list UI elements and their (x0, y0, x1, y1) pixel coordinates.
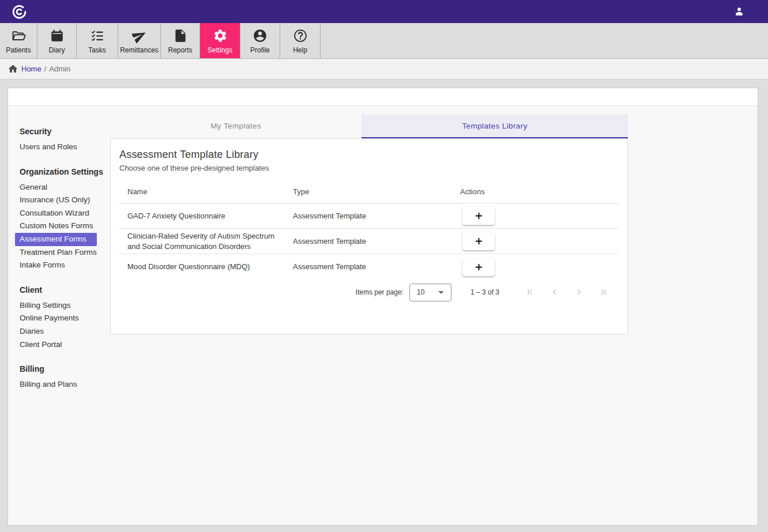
column-header-actions: Actions (452, 187, 619, 196)
content-area: My TemplatesTemplates Library Assessment… (110, 106, 628, 334)
toolbar-tab-tasks[interactable]: Tasks (77, 23, 118, 58)
sidebar-item-insurance-us-only-[interactable]: Insurance (US Only) (15, 194, 100, 207)
sidebar-item-general[interactable]: General (15, 181, 58, 194)
sidebar-group: SecurityUsers and Roles (15, 126, 116, 154)
home-icon[interactable] (7, 63, 18, 74)
card-header-strip (8, 88, 758, 106)
breadcrumb-home-link[interactable]: Home (21, 65, 42, 73)
document-icon (173, 28, 188, 43)
toolbar-tab-label: Patients (6, 46, 31, 54)
sidebar-item-diaries[interactable]: Diaries (15, 325, 54, 338)
help-circle-icon (293, 28, 308, 43)
app: PatientsDiaryTasksRemittancesReportsSett… (0, 0, 768, 526)
sidebar-group: ClientBilling SettingsOnline PaymentsDia… (15, 284, 116, 351)
sidebar-item-assessment-forms[interactable]: Assessment Forms (15, 233, 97, 246)
app-logo-icon[interactable] (12, 4, 27, 20)
template-actions (452, 256, 619, 278)
page: SecurityUsers and RolesOrganization Sett… (0, 80, 768, 526)
topbar (0, 0, 768, 23)
page-size-select[interactable]: 10 (409, 284, 451, 301)
sidebar-group-title: Billing (15, 363, 116, 375)
add-template-button[interactable] (462, 258, 495, 276)
sidebar-item-custom-notes-forms[interactable]: Custom Notes Forms (15, 220, 104, 233)
folder-open-icon (11, 28, 26, 43)
sidebar-item-intake-forms[interactable]: Intake Forms (15, 259, 76, 272)
checklist-icon (90, 28, 105, 43)
panel-title: Assessment Template Library (119, 148, 619, 161)
template-type: Assessment Template (285, 260, 452, 274)
template-tabs: My TemplatesTemplates Library (110, 114, 628, 138)
toolbar-tab-label: Profile (250, 46, 270, 54)
sidebar-item-billing-settings[interactable]: Billing Settings (15, 299, 81, 312)
template-name: Clinician-Rated Severity of Autism Spect… (119, 229, 285, 254)
toolbar: PatientsDiaryTasksRemittancesReportsSett… (0, 23, 768, 59)
paginator-range: 1 – 3 of 3 (470, 288, 499, 296)
toolbar-tab-label: Help (293, 46, 307, 54)
template-type: Assessment Template (285, 209, 452, 223)
calendar-icon (50, 28, 65, 43)
table-row: Clinician-Rated Severity of Autism Spect… (119, 229, 619, 254)
toolbar-tab-help[interactable]: Help (280, 23, 321, 58)
table-body: GAD-7 Anxiety QuestionnaireAssessment Te… (119, 203, 619, 280)
panel-subtitle: Choose one of these pre-designed templat… (119, 164, 619, 173)
toolbar-tab-profile[interactable]: Profile (240, 23, 280, 58)
sidebar-group: Organization SettingsGeneralInsurance (U… (15, 166, 116, 272)
plus-icon (473, 210, 484, 221)
tab-templates-library[interactable]: Templates Library (362, 114, 628, 138)
sidebar-group-title: Organization Settings (15, 166, 116, 178)
toolbar-tab-label: Reports (168, 46, 192, 54)
paper-plane-icon (132, 28, 147, 43)
sidebar-group: BillingBilling and Plans (15, 363, 116, 391)
gear-icon (213, 28, 228, 43)
plus-icon (473, 236, 484, 247)
template-actions (452, 205, 619, 227)
breadcrumb-current: Admin (49, 65, 70, 73)
items-per-page-label: Items per page: (356, 288, 404, 296)
toolbar-tab-patients[interactable]: Patients (0, 23, 37, 58)
last-page-icon[interactable] (597, 286, 609, 298)
card-body: SecurityUsers and RolesOrganization Sett… (8, 106, 758, 525)
sidebar-item-client-portal[interactable]: Client Portal (15, 338, 73, 352)
toolbar-tab-remittances[interactable]: Remittances (118, 23, 161, 58)
toolbar-tab-label: Diary (48, 46, 65, 54)
add-template-button[interactable] (462, 232, 495, 250)
add-template-button[interactable] (462, 207, 495, 225)
sidebar-item-billing-and-plans[interactable]: Billing and Plans (15, 378, 88, 391)
first-page-icon[interactable] (525, 286, 536, 298)
paginator: Items per page: 10 1 – 3 of 3 (119, 280, 619, 305)
column-header-name: Name (119, 187, 285, 196)
sidebar-group-title: Client (15, 284, 116, 296)
plus-icon (473, 262, 484, 273)
next-page-icon[interactable] (573, 286, 585, 298)
templates-table: Name Type Actions GAD-7 Anxiety Question… (119, 180, 619, 280)
template-actions (452, 231, 619, 252)
table-header: Name Type Actions (119, 180, 619, 203)
breadcrumb: Home / Admin (0, 59, 768, 80)
settings-sidebar: SecurityUsers and RolesOrganization Sett… (15, 126, 116, 403)
previous-page-icon[interactable] (549, 286, 560, 298)
template-type: Assessment Template (285, 235, 452, 248)
chevron-down-icon (438, 291, 444, 294)
template-name: Mood Disorder Questionnaire (MDQ) (119, 260, 285, 274)
page-size-value: 10 (417, 288, 424, 296)
sidebar-group-title: Security (15, 126, 116, 137)
sidebar-item-treatment-plan-forms[interactable]: Treatment Plan Forms (15, 246, 107, 259)
breadcrumb-separator: / (44, 65, 47, 73)
sidebar-item-online-payments[interactable]: Online Payments (15, 312, 89, 325)
table-row: GAD-7 Anxiety QuestionnaireAssessment Te… (119, 203, 619, 229)
admin-settings-card: SecurityUsers and RolesOrganization Sett… (7, 88, 758, 526)
table-row: Mood Disorder Questionnaire (MDQ)Assessm… (119, 254, 619, 280)
templates-library-panel: Assessment Template Library Choose one o… (110, 138, 628, 334)
sidebar-item-users-and-roles[interactable]: Users and Roles (15, 141, 88, 154)
sidebar-item-consultation-wizard[interactable]: Consultation Wizard (15, 207, 100, 220)
tab-my-templates[interactable]: My Templates (110, 114, 362, 138)
column-header-type: Type (285, 187, 452, 196)
toolbar-tab-label: Tasks (88, 46, 106, 54)
user-avatar-icon[interactable] (733, 6, 745, 17)
toolbar-tab-reports[interactable]: Reports (161, 23, 200, 58)
toolbar-tab-label: Remittances (120, 46, 159, 54)
toolbar-tab-settings[interactable]: Settings (200, 23, 240, 58)
template-name: GAD-7 Anxiety Questionnaire (119, 209, 285, 223)
toolbar-tab-diary[interactable]: Diary (37, 23, 77, 58)
toolbar-tab-label: Settings (208, 46, 232, 54)
